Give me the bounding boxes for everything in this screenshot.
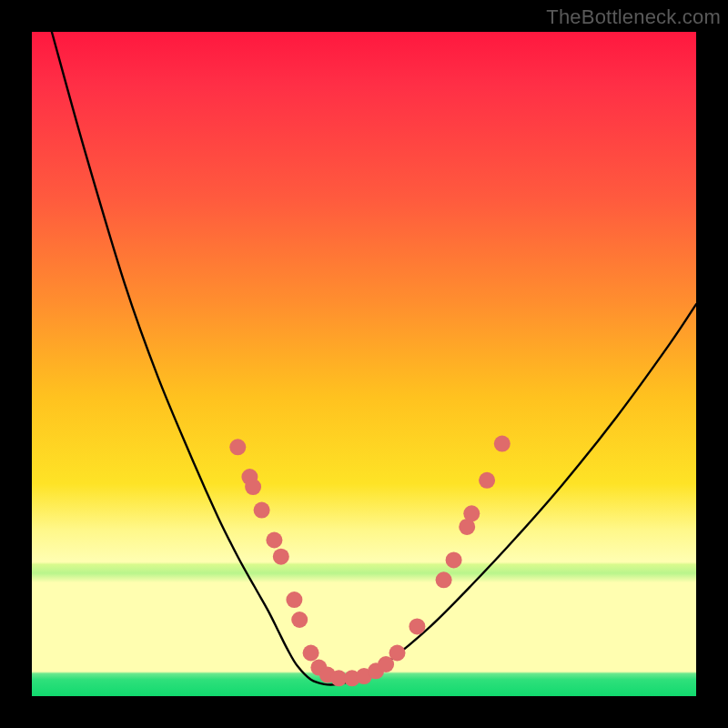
curve-dot (494, 436, 511, 452)
curve-dot (291, 612, 308, 628)
curve-dot (409, 618, 425, 634)
curve-dot (245, 479, 261, 495)
curve-dot (446, 551, 462, 568)
curve-dots-group (229, 436, 511, 687)
curve-dot (273, 549, 289, 565)
curve-dot (229, 439, 246, 455)
curve-dot (389, 645, 406, 662)
curve-dot (286, 592, 302, 608)
curve-dot (436, 571, 452, 588)
watermark-text: TheBottleneck.com (546, 5, 721, 29)
curve-dot (303, 645, 319, 662)
chart-svg (32, 32, 696, 696)
curve-dot (254, 502, 270, 519)
curve-dot (463, 505, 480, 521)
curve-dot (266, 532, 282, 549)
bottleneck-curve-path (52, 32, 696, 685)
curve-dot (479, 472, 495, 489)
plot-area (32, 32, 696, 696)
chart-frame: TheBottleneck.com (0, 0, 728, 728)
